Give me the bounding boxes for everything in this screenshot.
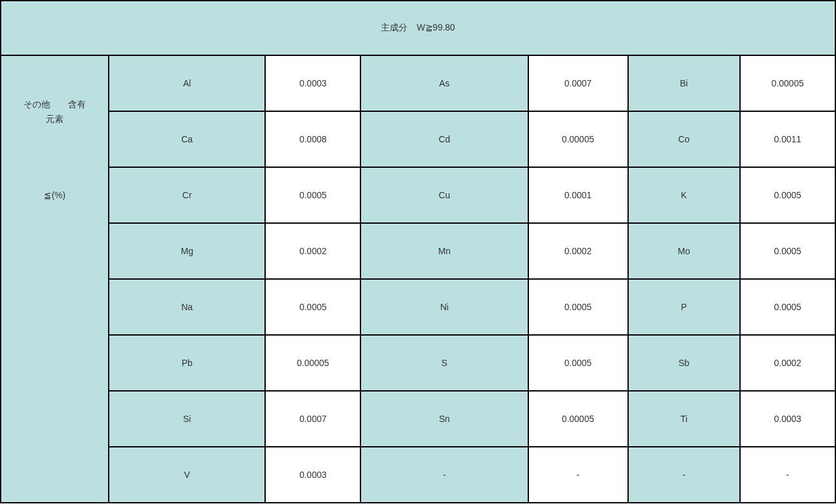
element-cell: S xyxy=(360,335,528,391)
value-cell: 0.0002 xyxy=(265,223,360,279)
element-cell: Ni xyxy=(360,279,528,335)
value-cell: 0.0005 xyxy=(740,223,835,279)
element-cell: Na xyxy=(109,279,265,335)
element-cell: Co xyxy=(628,111,740,167)
value-cell: 0.0007 xyxy=(528,55,628,111)
rowhead-line2: 元素 xyxy=(46,114,64,124)
value-cell: 0.0007 xyxy=(265,391,360,447)
element-cell: As xyxy=(360,55,528,111)
table-row: Pb 0.00005 S 0.0005 Sb 0.0002 xyxy=(1,335,835,391)
value-cell: 0.0003 xyxy=(265,447,360,503)
element-cell: Sn xyxy=(360,391,528,447)
element-cell: Ti xyxy=(628,391,740,447)
value-cell: 0.0005 xyxy=(528,279,628,335)
table-row: ≦(%) Cr 0.0005 Cu 0.0001 K 0.0005 xyxy=(1,167,835,223)
main-component-header: 主成分 W≧99.80 xyxy=(1,1,835,55)
element-cell: Pb xyxy=(109,335,265,391)
element-cell: - xyxy=(360,447,528,503)
value-cell: 0.0001 xyxy=(528,167,628,223)
table-header-row: 主成分 W≧99.80 xyxy=(1,1,835,55)
value-cell: 0.0002 xyxy=(528,223,628,279)
rowhead-line3: ≦(%) xyxy=(44,190,65,200)
value-cell: 0.0005 xyxy=(528,335,628,391)
rowhead-other-elements: その他 含有 元素 xyxy=(1,55,109,167)
composition-table-wrapper: 主成分 W≧99.80 その他 含有 元素 Al 0.0003 As 0.000… xyxy=(0,0,836,503)
element-cell: Si xyxy=(109,391,265,447)
element-cell: Sb xyxy=(628,335,740,391)
element-cell: Bi xyxy=(628,55,740,111)
element-cell: Mo xyxy=(628,223,740,279)
element-cell: Mg xyxy=(109,223,265,279)
value-cell: 0.0005 xyxy=(265,167,360,223)
composition-table: 主成分 W≧99.80 その他 含有 元素 Al 0.0003 As 0.000… xyxy=(0,0,836,503)
table-row: その他 含有 元素 Al 0.0003 As 0.0007 Bi 0.00005 xyxy=(1,55,835,111)
value-cell: 0.0005 xyxy=(740,167,835,223)
table-row: Na 0.0005 Ni 0.0005 P 0.0005 xyxy=(1,279,835,335)
element-cell: Al xyxy=(109,55,265,111)
value-cell: 0.00005 xyxy=(265,335,360,391)
element-cell: - xyxy=(628,447,740,503)
value-cell: 0.0002 xyxy=(740,335,835,391)
table-row: Ca 0.0008 Cd 0.00005 Co 0.0011 xyxy=(1,111,835,167)
element-cell: P xyxy=(628,279,740,335)
value-cell: - xyxy=(528,447,628,503)
value-cell: 0.0008 xyxy=(265,111,360,167)
element-cell: K xyxy=(628,167,740,223)
value-cell: 0.0005 xyxy=(740,279,835,335)
table-row: V 0.0003 - - - - xyxy=(1,447,835,503)
value-cell: 0.00005 xyxy=(740,55,835,111)
element-cell: Mn xyxy=(360,223,528,279)
table-row: Mg 0.0002 Mn 0.0002 Mo 0.0005 xyxy=(1,223,835,279)
value-cell: - xyxy=(740,447,835,503)
rowhead-percent: ≦(%) xyxy=(1,167,109,223)
element-cell: Cr xyxy=(109,167,265,223)
rowhead-empty xyxy=(1,223,109,503)
element-cell: Ca xyxy=(109,111,265,167)
element-cell: V xyxy=(109,447,265,503)
element-cell: Cu xyxy=(360,167,528,223)
element-cell: Cd xyxy=(360,111,528,167)
table-row: Si 0.0007 Sn 0.00005 Ti 0.0003 xyxy=(1,391,835,447)
value-cell: 0.0005 xyxy=(265,279,360,335)
value-cell: 0.00005 xyxy=(528,111,628,167)
value-cell: 0.00005 xyxy=(528,391,628,447)
value-cell: 0.0003 xyxy=(265,55,360,111)
rowhead-line1: その他 含有 xyxy=(24,99,86,109)
value-cell: 0.0003 xyxy=(740,391,835,447)
value-cell: 0.0011 xyxy=(740,111,835,167)
